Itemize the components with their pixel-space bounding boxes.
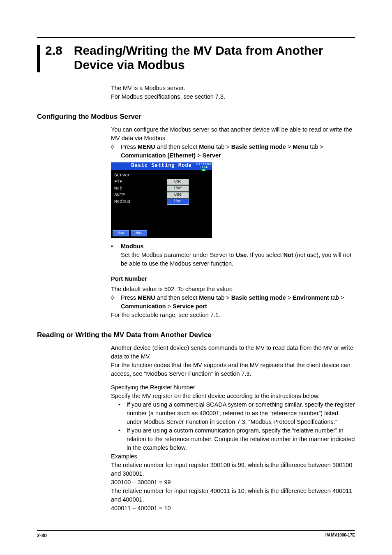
kw-server: Server [203,152,221,159]
config-desc: You can configure the Modbus server so t… [111,125,355,143]
spec-bullet-2: • If you are using a custom communicatio… [118,426,355,452]
t: tab > [214,143,231,150]
t: > [166,303,173,310]
t: tab > [329,294,344,301]
t: tab > [214,294,231,301]
t: . If you select [247,252,283,258]
spec-bullet-text: If you are using a custom communication … [127,426,355,452]
kw-menu: MENU [138,294,155,301]
spec-bullet-1: • If you are using a commercial SCADA sy… [118,400,355,426]
t: and then select [155,294,199,301]
bullet-icon: • [118,400,122,426]
example-line: The relative number for input register 4… [111,487,355,504]
kw-menu-tab: Menu [199,143,214,150]
kw-not: Not [284,252,293,258]
heading-rw: Reading or Writing the MV Data from Anot… [37,330,355,340]
diamond-icon: ◊ [111,143,117,160]
section-number-wrap: 2.8 [37,44,62,72]
example-line: The relative number for input register 3… [111,461,355,478]
row-value-selected[interactable]: Use [167,199,189,205]
t: tab > [308,143,323,150]
kw-menu: MENU [138,143,155,150]
doc-id: IM MV1000-17E [325,532,355,539]
nav-step-port: ◊ Press MENU and then select Menu tab > … [111,294,355,311]
heading-bar-icon [37,45,40,72]
intro-line: For Modbus specifications, see section 7… [111,92,355,101]
server-panel: Server FTP Use Web Use SNTP Use Modbus U… [111,170,212,205]
ethernet-link-indicator: Ethernet Link [196,162,211,170]
config-block: You can configure the Modbus server so t… [111,125,355,319]
heading-config: Configuring the Modbus Server [37,112,355,122]
spec-reg-title: Specifying the Register Number [111,383,355,392]
kw-communication-ethernet: Communication (Ethernet) [121,152,196,159]
t: Set the Modbus parameter under Server to [121,252,236,258]
port-range: For the selectable range, see section 7.… [111,311,355,319]
row-label: FTP [114,179,167,185]
section-title: Reading/Writing the MV Data from Another… [74,44,355,72]
device-title: Basic Setting Mode [131,162,192,169]
t: and then select [155,143,199,150]
spacer [111,378,355,383]
page-footer: 2-30 IM MV1000-17E [37,530,355,539]
rw-block: Another device (client device) sends com… [111,344,355,513]
link-led-icon [202,169,205,171]
link-label: Ethernet Link [196,162,211,169]
bullet-icon: • [118,426,122,452]
page: 2.8 Reading/Writing the MV Data from Ano… [0,0,392,513]
spec-bullet-text: If you are using a commercial SCADA syst… [127,400,355,426]
kw-environment: Environment [293,294,329,301]
nav-text: Press MENU and then select Menu tab > Ba… [121,294,344,311]
example-equation: 300100 – 300001 = 99 [111,478,355,487]
nav-step: ◊ Press MENU and then select Menu tab > … [111,143,355,160]
toggle-use-button[interactable]: Use [113,230,129,236]
device-titlebar: Basic Setting Mode Ethernet Link [111,162,212,170]
intro-line: The MV is a Modbus server. [111,84,355,92]
device-screenshot: Basic Setting Mode Ethernet Link Server … [111,162,212,238]
server-row-modbus: Modbus Use [114,199,209,205]
server-heading: Server [114,172,209,179]
t: > [196,152,203,159]
spec-reg-desc: Specify the MV register on the client de… [111,392,355,400]
modbus-bullet-title: Modbus [121,243,144,250]
t: Press [121,294,138,301]
intro: The MV is a Modbus server. For Modbus sp… [111,84,355,101]
section-heading: 2.8 Reading/Writing the MV Data from Ano… [37,44,355,72]
t: > [286,143,293,150]
kw-menu-tab: Menu [199,294,214,301]
modbus-bullet: • Modbus Set the Modbus parameter under … [111,242,355,268]
port-default: The default value is 502. To change the … [111,285,355,294]
bullet-icon: • [111,242,117,268]
kw-menu-tab: Menu [293,143,308,150]
kw-use: Use [236,252,247,258]
kw-basic-setting-mode: Basic setting mode [231,143,286,150]
row-value[interactable]: Use [167,179,189,185]
rw-para: Another device (client device) sends com… [111,344,355,361]
server-row-sntp: SNTP Use [114,192,209,199]
row-label: SNTP [114,192,167,199]
row-label: Modbus [114,199,167,205]
server-row-ftp: FTP Use [114,179,209,185]
t: Press [121,143,138,150]
server-row-web: Web Use [114,185,209,192]
page-number: 2-30 [37,532,47,539]
kw-communication: Communication [121,303,166,310]
diamond-icon: ◊ [111,294,117,311]
toggle-not-button[interactable]: Not [131,230,147,236]
row-value[interactable]: Use [167,185,189,192]
top-rule [37,37,355,38]
example-equation: 400011 – 400001 = 10 [111,504,355,513]
heading-port-number: Port Number [111,275,355,283]
nav-text: Press MENU and then select Menu tab > Ba… [121,143,323,160]
kw-basic-setting-mode: Basic setting mode [231,294,286,301]
section-number: 2.8 [45,44,62,57]
toggle-buttons: Use Not [113,230,147,236]
kw-service-port: Service port [173,303,207,310]
row-value[interactable]: Use [167,192,189,198]
examples-title: Examples [111,452,355,461]
modbus-bullet-body: Modbus Set the Modbus parameter under Se… [121,242,355,268]
row-label: Web [114,185,167,192]
rw-para: For the function codes that the MV suppo… [111,361,355,378]
t: > [286,294,293,301]
